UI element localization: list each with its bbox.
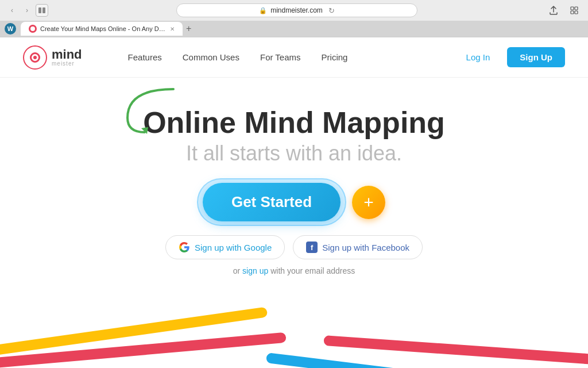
signup-buttons: Sign up with Google f Sign up with Faceb… — [165, 235, 423, 259]
back-button[interactable]: ‹ — [6, 4, 18, 17]
svg-rect-5 — [575, 11, 578, 14]
get-started-button[interactable]: Get Started — [203, 183, 341, 221]
hero-subtitle: It all starts with an idea. — [186, 141, 402, 166]
email-prefix: or — [233, 266, 242, 275]
svg-rect-4 — [571, 11, 574, 14]
site-nav: Features Common Uses For Teams Pricing — [128, 52, 348, 62]
svg-rect-3 — [575, 7, 578, 10]
ribbon-pink-right — [323, 335, 588, 365]
wordpress-icon: W — [5, 23, 16, 34]
lock-icon: 🔒 — [259, 7, 267, 14]
facebook-signup-label: Sign up with Facebook — [322, 243, 409, 252]
svg-rect-1 — [42, 7, 45, 13]
address-bar-wrap: 🔒 mindmeister.com ↻ — [53, 3, 541, 17]
nav-features[interactable]: Features — [128, 52, 162, 62]
logo-text: mind meister — [52, 48, 82, 67]
nav-pricing[interactable]: Pricing — [322, 52, 348, 62]
nav-common-uses[interactable]: Common Uses — [183, 52, 239, 62]
ribbon-yellow — [0, 307, 268, 357]
site-header: mind meister Features Common Uses For Te… — [0, 37, 588, 78]
svg-rect-0 — [38, 7, 41, 13]
toolbar-right — [546, 2, 582, 18]
email-signup-text: or sign up with your email address — [233, 266, 355, 275]
browser-toolbar: ‹ › 🔒 mindmeister.com ↻ — [0, 0, 588, 21]
url-text: mindmeister.com — [270, 6, 323, 14]
facebook-signup-button[interactable]: f Sign up with Facebook — [293, 235, 423, 259]
tab-close-button[interactable]: ✕ — [170, 26, 175, 32]
share-button[interactable] — [546, 2, 562, 18]
nav-buttons: ‹ › — [6, 4, 48, 17]
logo-mind: mind — [52, 48, 82, 61]
signup-button[interactable]: Sign Up — [507, 47, 565, 67]
get-started-btn-wrap: Get Started — [203, 183, 341, 221]
bookmarks-button[interactable] — [566, 2, 582, 18]
email-suffix: with your email address — [268, 266, 355, 275]
logo-link[interactable]: mind meister — [23, 45, 82, 70]
ribbon-blue — [266, 352, 588, 368]
plus-circle: + — [352, 186, 385, 219]
header-actions: Log In Sign Up — [456, 47, 565, 67]
hero-title: Online Mind Mapping — [143, 106, 445, 139]
arrow-decoration — [116, 83, 185, 135]
address-bar[interactable]: 🔒 mindmeister.com ↻ — [176, 3, 417, 17]
logo-icon — [23, 45, 47, 70]
get-started-area: Get Started + — [203, 183, 385, 221]
email-signup-link[interactable]: sign up — [242, 266, 268, 275]
google-icon — [179, 241, 190, 253]
ribbon-pink — [0, 332, 287, 368]
tab-favicon — [29, 25, 37, 33]
facebook-icon: f — [306, 241, 318, 253]
new-tab-button[interactable]: + — [186, 24, 191, 33]
logo-meister: meister — [52, 61, 82, 67]
tab-title: Create Your Mind Maps Online - On Any De… — [40, 25, 167, 32]
logo-icon-inner — [30, 52, 40, 63]
hero-section: Online Mind Mapping It all starts with a… — [0, 78, 588, 368]
tab-bar: W Create Your Mind Maps Online - On Any … — [0, 21, 588, 37]
browser-chrome: ‹ › 🔒 mindmeister.com ↻ — [0, 0, 588, 37]
reload-icon[interactable]: ↻ — [328, 6, 335, 15]
layout-button[interactable] — [36, 4, 48, 17]
google-signup-button[interactable]: Sign up with Google — [165, 235, 285, 259]
google-signup-label: Sign up with Google — [195, 243, 272, 252]
login-button[interactable]: Log In — [456, 48, 501, 67]
active-tab[interactable]: Create Your Mind Maps Online - On Any De… — [21, 22, 183, 36]
nav-for-teams[interactable]: For Teams — [260, 52, 301, 62]
ribbon-decorations — [0, 305, 588, 368]
tab-favicon-inner — [30, 26, 35, 31]
forward-button[interactable]: › — [21, 4, 33, 17]
svg-rect-2 — [571, 7, 574, 10]
